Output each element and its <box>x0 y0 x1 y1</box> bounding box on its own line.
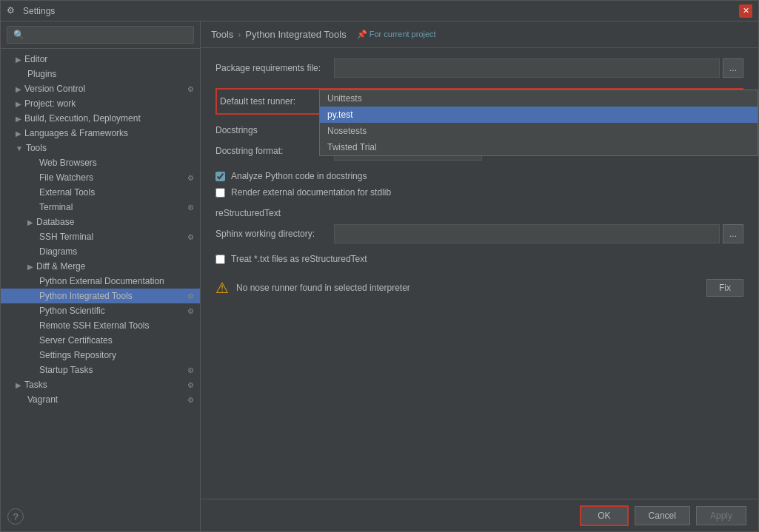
sidebar-item-remote-ssh[interactable]: Remote SSH External Tools <box>1 318 200 333</box>
sidebar-item-terminal[interactable]: Terminal ⚙ <box>1 200 200 215</box>
warning-box: ⚠ No nose runner found in selected inter… <box>215 279 743 297</box>
analyze-docstrings-row: Analyze Python code in docstrings <box>215 171 743 181</box>
sidebar-item-external-tools[interactable]: External Tools <box>1 185 200 200</box>
sidebar-item-label: SSH Terminal <box>39 232 93 242</box>
sidebar-item-label: Terminal <box>39 202 73 212</box>
sidebar-item-project-work[interactable]: ▶ Project: work <box>1 96 200 111</box>
sidebar-item-label: Database <box>36 217 74 227</box>
sidebar-item-tasks[interactable]: ▶ Tasks ⚙ <box>1 377 200 392</box>
gear-icon: ⚙ <box>187 85 194 93</box>
dropdown-option-unittests[interactable]: Unittests <box>320 90 758 107</box>
sidebar-item-label: Python External Documentation <box>39 276 164 286</box>
dropdown-option-nosetests[interactable]: Nosetests <box>320 123 758 139</box>
sidebar-item-web-browsers[interactable]: Web Browsers <box>1 155 200 170</box>
gear-icon: ⚙ <box>187 203 194 212</box>
sidebar-item-version-control[interactable]: ▶ Version Control ⚙ <box>1 81 200 96</box>
sidebar-item-ssh-terminal[interactable]: SSH Terminal ⚙ <box>1 229 200 244</box>
sidebar-item-label: Python Scientific <box>39 306 105 316</box>
sidebar-item-startup-tasks[interactable]: Startup Tasks ⚙ <box>1 363 200 377</box>
sidebar-item-label: Project: work <box>24 98 76 109</box>
sidebar-item-settings-repo[interactable]: Settings Repository <box>1 348 200 363</box>
sidebar-item-label: Settings Repository <box>39 350 116 360</box>
package-req-label: Package requirements file: <box>215 63 334 73</box>
package-req-row: Package requirements file: ... <box>215 58 743 78</box>
sidebar-item-file-watchers[interactable]: File Watchers ⚙ <box>1 170 200 185</box>
sidebar-item-database[interactable]: ▶ Database <box>1 215 200 229</box>
chevron-right-icon: ▶ <box>27 218 33 226</box>
runner-dropdown-popup: Unittests py.test Nosetests Twisted Tria… <box>319 90 758 156</box>
sidebar-item-label: Editor <box>24 54 47 64</box>
sphinx-input[interactable] <box>334 224 720 243</box>
sidebar-item-tools[interactable]: ▼ Tools <box>1 141 200 155</box>
right-panel: Tools › Python Integrated Tools 📌 For cu… <box>201 21 758 531</box>
sidebar-item-python-ext-doc[interactable]: Python External Documentation <box>1 274 200 289</box>
render-ext-doc-row: Render external documentation for stdlib <box>215 187 743 198</box>
render-ext-doc-checkbox[interactable] <box>215 188 225 198</box>
gear-icon: ⚙ <box>187 396 194 404</box>
app-icon: ⚙ <box>7 5 19 17</box>
gear-icon: ⚙ <box>187 366 194 374</box>
chevron-right-icon: ▶ <box>16 115 21 123</box>
bottom-bar: OK Cancel Apply <box>201 499 758 531</box>
sidebar-item-diagrams[interactable]: Diagrams <box>1 244 200 259</box>
breadcrumb-current: Python Integrated Tools <box>245 29 346 40</box>
sidebar-item-label: External Tools <box>39 187 95 198</box>
docstring-format-label: Docstring format: <box>215 146 334 156</box>
treat-txt-checkbox[interactable] <box>215 255 225 264</box>
chevron-right-icon: ▶ <box>16 55 21 64</box>
apply-button[interactable]: Apply <box>696 506 746 525</box>
sidebar-item-vagrant[interactable]: Vagrant ⚙ <box>1 392 200 407</box>
chevron-right-icon: ▶ <box>16 129 21 138</box>
treat-txt-row: Treat *.txt files as reStructuredText <box>215 254 743 264</box>
search-box <box>1 21 200 49</box>
sidebar-item-editor[interactable]: ▶ Editor <box>1 52 200 67</box>
sidebar-item-label: Languages & Frameworks <box>24 128 128 138</box>
gear-icon: ⚙ <box>187 233 194 241</box>
sidebar-item-label: Diff & Merge <box>36 261 85 272</box>
sphinx-browse-button[interactable]: ... <box>723 224 743 243</box>
ok-button[interactable]: OK <box>580 505 628 526</box>
settings-window: ⚙ Settings ✕ ▶ Editor Plugins ▶ Versio <box>0 0 759 532</box>
chevron-right-icon: ▶ <box>16 381 21 389</box>
sidebar-item-python-scientific[interactable]: Python Scientific ⚙ <box>1 303 200 318</box>
sidebar-item-plugins[interactable]: Plugins <box>1 67 200 81</box>
sidebar-item-label: File Watchers <box>39 172 93 183</box>
sidebar-item-diff-merge[interactable]: ▶ Diff & Merge <box>1 259 200 274</box>
gear-icon: ⚙ <box>187 292 194 300</box>
title-bar: ⚙ Settings ✕ <box>1 1 758 21</box>
render-ext-doc-label: Render external documentation for stdlib <box>231 187 391 198</box>
sidebar-item-label: Diagrams <box>39 246 77 257</box>
close-button[interactable]: ✕ <box>739 4 752 18</box>
package-req-input[interactable] <box>334 58 720 78</box>
sidebar-item-label: Build, Execution, Deployment <box>24 113 141 124</box>
fix-button[interactable]: Fix <box>706 279 743 297</box>
sidebar-item-languages-frameworks[interactable]: ▶ Languages & Frameworks <box>1 126 200 141</box>
restructured-section-label: reStructuredText <box>215 208 743 218</box>
sidebar-item-python-integrated-tools[interactable]: Python Integrated Tools ⚙ <box>1 289 200 303</box>
analyze-docstrings-checkbox[interactable] <box>215 172 225 181</box>
sidebar-item-label: Startup Tasks <box>39 365 93 375</box>
dropdown-option-twisted[interactable]: Twisted Trial <box>320 139 758 155</box>
cancel-button[interactable]: Cancel <box>635 506 690 525</box>
package-req-browse-button[interactable]: ... <box>723 58 743 78</box>
sidebar-item-label: Tasks <box>24 380 47 390</box>
default-runner-label: Default test runner: <box>217 96 335 107</box>
sidebar-item-label: Web Browsers <box>39 158 97 168</box>
sphinx-dir-row: Sphinx working directory: ... <box>215 224 743 243</box>
sphinx-label: Sphinx working directory: <box>215 229 334 239</box>
sidebar-item-label: Plugins <box>27 69 56 79</box>
chevron-right-icon: ▶ <box>16 85 21 93</box>
gear-icon: ⚙ <box>187 381 194 389</box>
search-input[interactable] <box>7 26 194 44</box>
sidebar-item-server-certs[interactable]: Server Certificates <box>1 333 200 348</box>
breadcrumb-separator: › <box>238 30 241 40</box>
gear-icon: ⚙ <box>187 307 194 315</box>
gear-icon: ⚙ <box>187 174 194 182</box>
sidebar-item-label: Tools <box>26 143 47 153</box>
breadcrumb-tag: 📌 For current project <box>357 30 436 39</box>
help-button[interactable]: ? <box>7 508 24 525</box>
chevron-right-icon: ▶ <box>16 100 21 108</box>
main-content: ▶ Editor Plugins ▶ Version Control ⚙ ▶ P… <box>1 21 758 531</box>
sidebar-item-build-execution[interactable]: ▶ Build, Execution, Deployment <box>1 111 200 126</box>
dropdown-option-pytest[interactable]: py.test <box>320 107 758 123</box>
